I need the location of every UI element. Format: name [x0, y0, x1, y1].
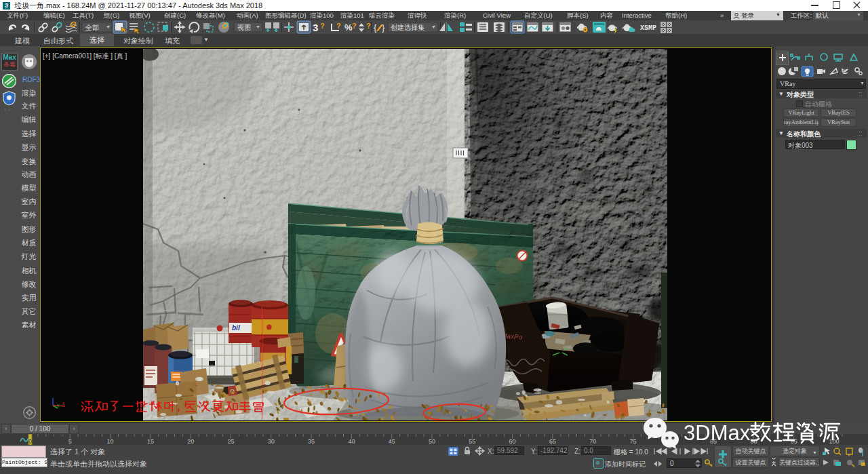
svg-text:20: 20	[187, 438, 194, 445]
svg-text:30: 30	[268, 438, 275, 445]
svg-text:70: 70	[589, 438, 596, 445]
svg-text:}: }	[382, 22, 385, 33]
svg-text:创建选择集: 创建选择集	[391, 24, 425, 31]
svg-text:35: 35	[308, 438, 315, 445]
svg-text:5: 5	[68, 438, 72, 445]
svg-text:?: ?	[352, 22, 357, 30]
svg-text:bil: bil	[232, 324, 240, 332]
svg-text:60: 60	[509, 438, 516, 445]
svg-text:15: 15	[147, 438, 154, 445]
svg-text:3: 3	[313, 22, 318, 33]
svg-text:50: 50	[429, 438, 435, 445]
svg-text:10: 10	[107, 438, 114, 445]
svg-text:55: 55	[469, 438, 475, 445]
svg-text:25: 25	[227, 438, 234, 445]
svg-text:75: 75	[629, 438, 636, 445]
svg-text:?: ?	[336, 22, 341, 30]
svg-text:?: ?	[320, 22, 325, 30]
svg-text:45: 45	[389, 438, 395, 445]
svg-text:视图: 视图	[237, 24, 251, 31]
svg-text:XSMP: XSMP	[640, 24, 656, 32]
svg-text:{: {	[374, 22, 377, 33]
svg-text:40: 40	[348, 438, 355, 445]
svg-text:65: 65	[549, 438, 556, 445]
svg-text:?: ?	[366, 22, 371, 30]
svg-text:全部: 全部	[85, 24, 99, 31]
